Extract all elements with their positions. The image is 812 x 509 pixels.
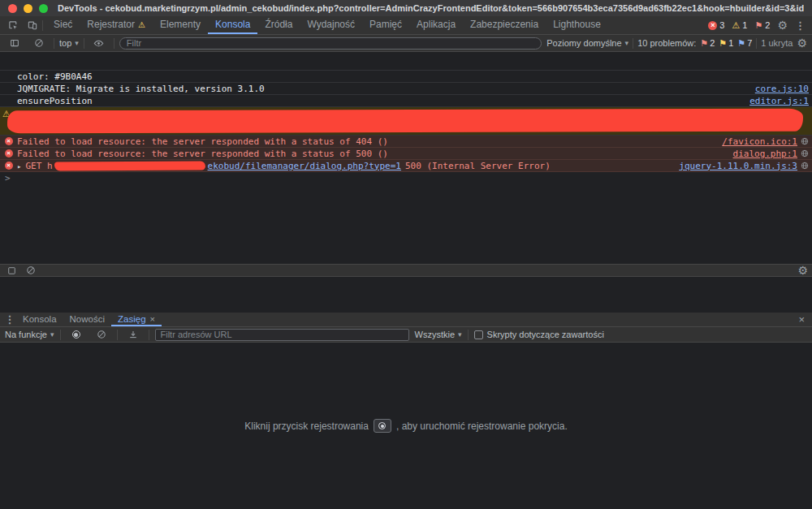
separator xyxy=(42,20,43,31)
console-error-row: × Failed to load resource: the server re… xyxy=(0,148,812,160)
tab-pamiec[interactable]: Pamięć xyxy=(362,16,409,34)
tab-konsola[interactable]: Konsola xyxy=(208,16,257,34)
globe-icon[interactable] xyxy=(801,162,809,170)
settings-gear-icon[interactable]: ⚙ xyxy=(777,19,788,31)
issue-warnings-count: 1 xyxy=(728,38,733,48)
window-controls xyxy=(8,4,48,13)
console-message-text: color: #9B0A46 xyxy=(17,71,93,82)
clear-coverage-icon[interactable] xyxy=(92,330,111,339)
minimize-window-button[interactable] xyxy=(24,4,32,13)
coverage-toolbar: Na funkcje ▾ Wszystkie ▾ Skrypty dotyczą… xyxy=(0,327,812,343)
chevron-down-icon: ▾ xyxy=(458,330,462,339)
tab-label: Konsola xyxy=(215,19,250,30)
console-empty-space xyxy=(0,277,812,313)
coverage-url-filter-input[interactable] xyxy=(155,329,409,341)
redaction-scribble xyxy=(54,161,205,170)
source-link[interactable]: jquery-1.11.0.min.js:3 xyxy=(679,161,797,171)
console-prompt[interactable]: > xyxy=(0,172,812,184)
globe-icon[interactable] xyxy=(801,137,809,145)
separator xyxy=(84,38,84,49)
close-tab-icon[interactable]: × xyxy=(150,314,155,324)
drawer-tabbar: ⋮ Konsola Nowości Zasięg × × xyxy=(0,313,812,327)
expand-arrow-icon[interactable]: ▸ xyxy=(17,162,21,170)
coverage-scope-dropdown[interactable]: Na funkcje ▾ xyxy=(5,330,54,339)
warning-icon: ⚠ xyxy=(138,20,145,29)
panel-layout-icon[interactable] xyxy=(4,266,19,275)
drawer-tab-nowosci[interactable]: Nowości xyxy=(63,313,111,326)
chevron-down-icon: ▾ xyxy=(625,39,629,47)
tab-zrodla[interactable]: Źródła xyxy=(257,16,300,34)
tab-label: Rejestrator xyxy=(87,19,135,30)
flag-icon: ⚑ xyxy=(737,38,745,49)
clear-icon[interactable] xyxy=(24,265,38,275)
flag-icon: ⚑ xyxy=(719,38,727,49)
source-link[interactable]: dialog.php:1 xyxy=(733,149,797,159)
tab-aplikacja[interactable]: Aplikacja xyxy=(409,16,463,34)
error-icon: × xyxy=(5,162,13,170)
console-messages-area: color: #9B0A46 JQMIGRATE: Migrate is ins… xyxy=(0,52,812,264)
coverage-type-dropdown[interactable]: Wszystkie ▾ xyxy=(415,330,462,339)
device-toolbar-icon[interactable] xyxy=(23,16,42,34)
clear-console-icon[interactable] xyxy=(29,38,49,48)
content-scripts-checkbox-group[interactable]: Skrypty dotyczące zawartości xyxy=(474,330,604,339)
issue-errors-count: 2 xyxy=(710,38,715,48)
log-levels-label: Poziomy domyślne xyxy=(546,38,621,48)
console-settings-gear-icon[interactable]: ⚙ xyxy=(797,37,807,49)
content-scripts-checkbox[interactable] xyxy=(474,330,483,339)
console-spacer xyxy=(0,52,812,71)
javascript-context-dropdown[interactable]: top ▾ xyxy=(59,38,79,48)
more-tools-icon[interactable]: ⋮ xyxy=(3,313,16,326)
source-link[interactable]: /favicon.ico:1 xyxy=(722,136,797,147)
fullscreen-window-button[interactable] xyxy=(39,4,48,13)
error-icon: × xyxy=(708,21,717,30)
separator xyxy=(468,330,469,340)
issue-errors-badge[interactable]: ⚑ 2 xyxy=(700,38,715,49)
window-titlebar: DevTools - cekobud.marketingrzym.pl/admi… xyxy=(0,0,812,16)
console-filter-input[interactable] xyxy=(119,37,542,50)
tab-label: Zabezpieczenia xyxy=(470,19,538,30)
error-count-badge[interactable]: × 3 xyxy=(708,20,724,30)
coverage-type-label: Wszystkie xyxy=(415,330,456,339)
export-download-icon[interactable] xyxy=(123,330,143,339)
request-url-link[interactable]: ekobud/filemanager/dialog.php?type=1 xyxy=(208,161,401,171)
log-levels-dropdown[interactable]: Poziomy domyślne ▾ xyxy=(546,38,628,48)
context-label: top xyxy=(59,38,71,48)
warning-count-badge[interactable]: ⚠ 1 xyxy=(732,20,747,31)
warning-icon: ⚠ xyxy=(732,20,740,31)
issue-warnings-badge[interactable]: ⚑ 1 xyxy=(719,38,733,49)
console-message-row: ensurePosition editor.js:1 xyxy=(0,95,812,107)
separator xyxy=(114,38,114,49)
tab-zabezpieczenia[interactable]: Zabezpieczenia xyxy=(463,16,546,34)
record-coverage-icon[interactable] xyxy=(67,330,86,339)
more-options-icon[interactable]: ⋮ xyxy=(795,19,806,32)
settings-gear-icon[interactable]: ⚙ xyxy=(797,265,808,276)
close-window-button[interactable] xyxy=(8,4,17,13)
separator xyxy=(54,38,54,49)
secondary-toolbar: ⚙ xyxy=(0,264,812,277)
inspect-element-icon[interactable] xyxy=(3,16,23,34)
close-drawer-icon[interactable]: × xyxy=(794,313,809,326)
drawer-tab-konsola[interactable]: Konsola xyxy=(16,313,63,326)
issue-info-badge[interactable]: ⚑ 7 xyxy=(737,38,752,49)
redaction-block xyxy=(7,109,803,134)
tab-lighthouse[interactable]: Lighthouse xyxy=(546,16,608,34)
separator xyxy=(633,38,633,49)
tab-wydajnosc[interactable]: Wydajność xyxy=(300,16,362,34)
tab-label: Nowości xyxy=(70,314,105,324)
drawer-tab-zasieg[interactable]: Zasięg × xyxy=(111,313,162,326)
source-link[interactable]: core.js:10 xyxy=(755,84,809,94)
tab-rejestrator[interactable]: Rejestrator⚠ xyxy=(80,16,153,34)
tab-siec[interactable]: Sieć xyxy=(46,16,80,34)
separator xyxy=(60,330,61,340)
tabbar-right-controls: × 3 ⚠ 1 ⚑ 2 ⚙ ⋮ xyxy=(708,16,812,34)
console-message-text: ensurePosition xyxy=(17,96,93,106)
tab-elementy[interactable]: Elementy xyxy=(153,16,208,34)
console-sidebar-icon[interactable] xyxy=(5,38,24,48)
live-expression-eye-icon[interactable] xyxy=(89,38,109,49)
tab-label: Sieć xyxy=(54,19,72,30)
source-link[interactable]: editor.js:1 xyxy=(749,96,809,106)
issues-count-badge[interactable]: ⚑ 2 xyxy=(754,20,770,31)
chevron-down-icon: ▾ xyxy=(75,39,79,47)
globe-icon[interactable] xyxy=(801,149,809,157)
issues-count-label[interactable]: 10 problemów: xyxy=(637,38,696,48)
